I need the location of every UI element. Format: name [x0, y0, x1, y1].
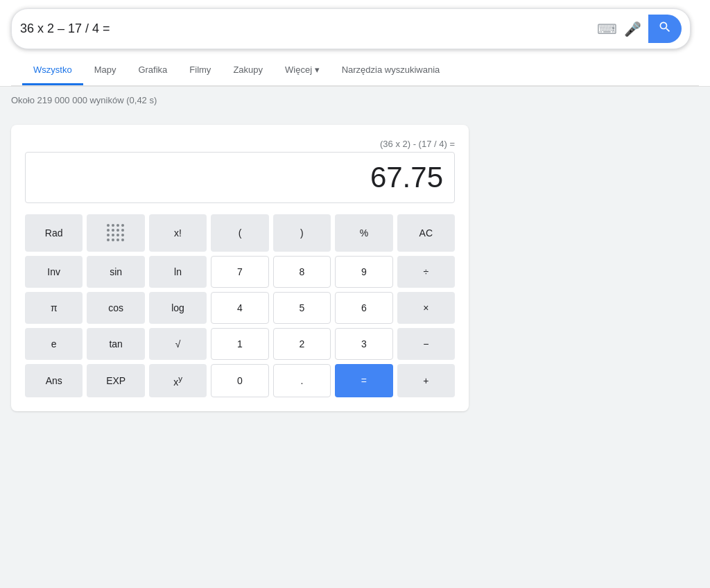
btn-equals[interactable]: = — [335, 364, 392, 397]
btn-tan[interactable]: tan — [87, 328, 144, 360]
tab-zakupy[interactable]: Zakupy — [222, 56, 274, 85]
tab-narzedzia[interactable]: Narzędzia wyszukiwania — [331, 56, 451, 85]
btn-multiply[interactable]: × — [397, 292, 455, 324]
btn-4[interactable]: 4 — [211, 292, 268, 324]
btn-sin[interactable]: sin — [87, 256, 144, 288]
mic-icon[interactable]: 🎤 — [624, 21, 641, 37]
btn-dot[interactable]: . — [273, 364, 331, 397]
nav-tabs: Wszystko Mapy Grafika Filmy Zakupy Więce… — [11, 56, 699, 86]
btn-5[interactable]: 5 — [273, 292, 331, 324]
calc-result: 67.75 — [370, 161, 443, 194]
btn-0[interactable]: 0 — [211, 364, 268, 397]
btn-open-paren[interactable]: ( — [211, 214, 268, 252]
calc-buttons: Rad x! ( ) % AC Inv sin ln 7 8 9 ÷ — [25, 214, 455, 397]
tab-mapy[interactable]: Mapy — [83, 56, 128, 85]
btn-6[interactable]: 6 — [335, 292, 392, 324]
keyboard-icon[interactable]: ⌨ — [597, 21, 617, 37]
btn-1[interactable]: 1 — [211, 328, 268, 360]
tab-wiecej[interactable]: Więcej ▾ — [274, 56, 331, 85]
btn-subtract[interactable]: − — [397, 328, 455, 360]
btn-percent[interactable]: % — [335, 214, 392, 252]
btn-log[interactable]: log — [149, 292, 207, 324]
btn-ln[interactable]: ln — [149, 256, 207, 288]
calculator-card: (36 x 2) - (17 / 4) = 67.75 Rad x! ( ) %… — [11, 125, 469, 411]
btn-2[interactable]: 2 — [273, 328, 331, 360]
search-icons: ⌨ 🎤 — [597, 21, 641, 37]
main-content: (36 x 2) - (17 / 4) = 67.75 Rad x! ( ) %… — [0, 114, 710, 422]
btn-exp[interactable]: EXP — [87, 364, 144, 397]
btn-factorial[interactable]: x! — [149, 214, 207, 252]
calc-expression: (36 x 2) - (17 / 4) = — [25, 139, 455, 149]
btn-grid[interactable] — [87, 214, 144, 252]
tab-filmy[interactable]: Filmy — [178, 56, 222, 85]
btn-add[interactable]: + — [397, 364, 455, 397]
btn-rad[interactable]: Rad — [25, 214, 83, 252]
btn-cos[interactable]: cos — [87, 292, 144, 324]
btn-9[interactable]: 9 — [335, 256, 392, 288]
btn-inv[interactable]: Inv — [25, 256, 83, 288]
btn-power[interactable]: xy — [149, 364, 207, 397]
tab-wszystko[interactable]: Wszystko — [22, 56, 83, 85]
btn-close-paren[interactable]: ) — [273, 214, 331, 252]
btn-pi[interactable]: π — [25, 292, 83, 324]
btn-ac[interactable]: AC — [397, 214, 455, 252]
btn-8[interactable]: 8 — [273, 256, 331, 288]
search-input[interactable] — [20, 21, 590, 36]
search-button[interactable] — [648, 15, 682, 43]
btn-e[interactable]: e — [25, 328, 83, 360]
search-bar-wrapper: ⌨ 🎤 Wszystko Mapy Grafika Filmy Zakupy W… — [0, 0, 710, 87]
btn-sqrt[interactable]: √ — [149, 328, 207, 360]
results-count: Około 219 000 000 wyników (0,42 s) — [11, 95, 157, 105]
btn-ans[interactable]: Ans — [25, 364, 83, 397]
btn-7[interactable]: 7 — [211, 256, 268, 288]
calc-display: 67.75 — [25, 152, 455, 203]
btn-divide[interactable]: ÷ — [397, 256, 455, 288]
tab-grafika[interactable]: Grafika — [127, 56, 178, 85]
results-info: Około 219 000 000 wyników (0,42 s) — [0, 87, 710, 114]
search-row: ⌨ 🎤 — [11, 8, 691, 49]
btn-3[interactable]: 3 — [335, 328, 392, 360]
